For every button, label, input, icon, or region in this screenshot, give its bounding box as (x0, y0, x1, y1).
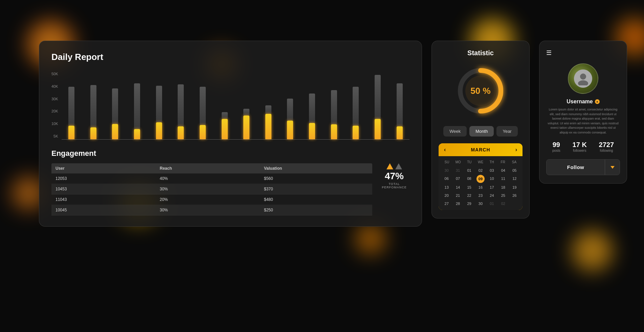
col-reach: Reach (160, 166, 264, 171)
engagement-section: Engagement User Reach Valuation 1205340%… (51, 149, 409, 215)
bar-group-3 (127, 72, 147, 139)
avatar-ring (568, 63, 598, 94)
bar-group-15 (390, 72, 409, 139)
cal-day-0-3[interactable]: 02 (475, 167, 486, 174)
cal-day-1-5[interactable]: 11 (498, 175, 508, 183)
wd-su: SU (441, 159, 452, 165)
bar-yellow-12 (331, 124, 337, 139)
bar-yellow-2 (112, 124, 118, 139)
performance-box: 47% TOTALPERFOMANCE (379, 163, 409, 189)
follow-dropdown-button[interactable] (605, 160, 620, 175)
followers-label: followers (573, 149, 587, 152)
cal-day-0-0[interactable]: 30 (441, 167, 452, 174)
bar-bg-15 (397, 83, 403, 126)
label-30k: 30K (51, 97, 58, 101)
blob-8 (355, 224, 386, 254)
blob-7 (572, 230, 613, 271)
period-buttons: Week Month Year (439, 126, 523, 137)
bar-group-11 (302, 72, 322, 139)
chart-y-labels: 50K 40K 30K 20K 10K 5K (51, 72, 58, 140)
daily-report-title: Daily Report (51, 52, 409, 62)
cal-day-3-1[interactable]: 21 (452, 192, 463, 199)
cal-day-0-2[interactable]: 01 (464, 167, 474, 174)
cal-day-1-1[interactable]: 07 (452, 175, 463, 183)
bar-group-8 (237, 72, 257, 139)
next-month-button[interactable]: › (515, 147, 517, 153)
stats-row: 99 posts 17 K followers 2727 following (546, 141, 620, 152)
follow-button[interactable]: Follow (547, 160, 605, 175)
cal-day-2-0[interactable]: 13 (441, 184, 452, 191)
cal-day-4-3[interactable]: 30 (475, 200, 486, 207)
cal-day-4-4[interactable]: 01 (487, 200, 497, 207)
table-body: 1205340%$5601045330%$3701104320%$4801004… (51, 173, 372, 215)
wd-sa: SA (509, 159, 520, 165)
bar-group-1 (83, 72, 103, 139)
cal-day-2-2[interactable]: 15 (464, 184, 474, 191)
bar-bg-14 (375, 75, 381, 119)
wd-mo: MO (452, 159, 464, 165)
cal-day-1-3[interactable]: 09 (476, 175, 485, 183)
hamburger-icon[interactable]: ☰ (546, 49, 620, 57)
bar-group-2 (105, 72, 125, 139)
cal-day-3-4[interactable]: 24 (487, 192, 497, 199)
svg-point-3 (580, 74, 586, 80)
chart-area: 50K 40K 30K 20K 10K 5K (51, 72, 409, 140)
month-button[interactable]: Month (469, 126, 494, 137)
cal-day-4-2[interactable]: 29 (464, 200, 474, 207)
bar-bg-3 (134, 83, 140, 129)
cal-day-4-0[interactable]: 27 (441, 200, 452, 207)
td-reach-0: 40% (160, 176, 264, 181)
prev-month-button[interactable]: ‹ (444, 147, 446, 153)
bar-group-0 (62, 72, 82, 139)
cal-day-3-6[interactable]: 26 (509, 192, 520, 199)
svg-point-4 (578, 80, 588, 85)
cal-day-0-6[interactable]: 05 (509, 167, 520, 174)
cal-day-3-0[interactable]: 20 (441, 192, 452, 199)
person-icon (576, 72, 590, 85)
cal-day-1-4[interactable]: 10 (487, 175, 497, 183)
bar-bg-5 (178, 84, 184, 126)
year-button[interactable]: Year (496, 126, 517, 137)
cal-day-1-6[interactable]: 12 (509, 175, 520, 183)
bar-yellow-10 (287, 121, 293, 139)
donut-container: 50 % (439, 64, 523, 118)
cal-day-2-6[interactable]: 19 (509, 184, 520, 191)
td-valuation-3: $250 (264, 208, 368, 212)
avatar-container (546, 63, 620, 94)
cal-day-4-5[interactable]: 02 (498, 200, 508, 207)
td-user-1: 10453 (55, 187, 160, 191)
bar-bg-4 (156, 86, 162, 122)
bar-yellow-13 (353, 126, 359, 139)
username-row: Username ● (546, 99, 620, 105)
posts-count: 99 (552, 141, 560, 149)
bar-group-4 (149, 72, 169, 139)
cal-day-1-2[interactable]: 08 (464, 175, 474, 183)
wd-fr: FR (497, 159, 509, 165)
bar-bg-8 (243, 109, 249, 116)
calendar-month: MARCH (471, 147, 490, 152)
stat-followers: 17 K followers (573, 141, 587, 152)
week-button[interactable]: Week (443, 126, 467, 137)
statistic-title: Statistic (439, 49, 523, 57)
cal-day-2-4[interactable]: 17 (487, 184, 497, 191)
cal-day-2-5[interactable]: 18 (498, 184, 508, 191)
cal-day-0-1[interactable]: 31 (452, 167, 463, 174)
weekdays-row: SU MO TU WE TH FR SA (441, 159, 520, 165)
bar-yellow-9 (265, 114, 271, 139)
td-valuation-0: $560 (264, 176, 368, 181)
cal-day-3-2[interactable]: 22 (464, 192, 474, 199)
cal-day-4-1[interactable]: 28 (452, 200, 463, 207)
bar-yellow-14 (375, 119, 381, 139)
cal-day-0-5[interactable]: 04 (498, 167, 508, 174)
following-label: following (599, 149, 614, 152)
cal-day-2-1[interactable]: 14 (452, 184, 463, 191)
bar-yellow-15 (397, 126, 403, 139)
table-row-3: 1004530%$250 (51, 205, 372, 215)
cal-day-2-3[interactable]: 16 (475, 184, 486, 191)
cal-day-3-5[interactable]: 25 (498, 192, 508, 199)
calendar-header: ‹ MARCH › (439, 143, 523, 156)
cal-day-0-4[interactable]: 03 (487, 167, 497, 174)
calendar-days[interactable]: 3031010203040506070809101112131415161718… (441, 167, 520, 207)
cal-day-1-0[interactable]: 06 (441, 175, 452, 183)
cal-day-3-3[interactable]: 23 (475, 192, 486, 199)
